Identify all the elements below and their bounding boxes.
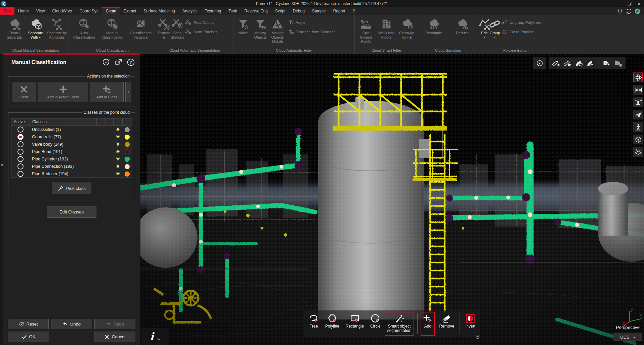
label-pick-icon[interactable]: [603, 59, 611, 67]
close-polyline-button[interactable]: Close Polyline: [501, 29, 551, 35]
scan-stations-button[interactable]: Scan Stations: [171, 16, 184, 48]
walk-button[interactable]: [633, 122, 643, 132]
polyline-button[interactable]: Polyline: [323, 312, 341, 336]
projection-label[interactable]: Perspective: [616, 325, 640, 330]
separate-by-attributes-button[interactable]: Separate by Attributes: [46, 16, 68, 48]
angle-button[interactable]: Angle: [288, 19, 352, 26]
add-in-class-button[interactable]: Add in Class: [90, 82, 124, 102]
clear-button[interactable]: Clear: [12, 82, 36, 102]
visibility-bulb-icon[interactable]: [115, 142, 121, 147]
smart-object-segmentation-button[interactable]: Smart object segmentation: [385, 312, 414, 336]
label-sphere-icon[interactable]: [614, 59, 623, 67]
menu-tab-analysis[interactable]: Analysis: [179, 7, 201, 15]
class-active-radio[interactable]: [17, 141, 24, 147]
reset-button[interactable]: Reset: [8, 319, 49, 329]
clean-separate-button[interactable]: Clean / Separate: [4, 16, 25, 48]
menu-tab-script[interactable]: Script: [271, 7, 289, 15]
free-button[interactable]: Free: [307, 312, 321, 336]
menu-tab-surface-modeling[interactable]: Surface Modeling: [140, 7, 178, 15]
class-active-radio[interactable]: [17, 171, 24, 177]
visibility-bulb-icon[interactable]: [115, 164, 121, 169]
examine-button[interactable]: [633, 97, 643, 107]
class-active-radio[interactable]: [17, 127, 24, 133]
distance-from-scanner-button[interactable]: Distance from Scanner: [288, 29, 352, 35]
menu-tab-help[interactable]: ?: [349, 7, 359, 15]
help-icon[interactable]: ?: [127, 58, 135, 66]
class-row-pipe-cylinder-192[interactable]: Pipe Cylinder (192): [11, 155, 132, 163]
add-in-active-class-button[interactable]: Add in Active Class: [38, 82, 88, 102]
class-active-radio[interactable]: [17, 156, 24, 162]
classification-instance-button[interactable]: Classification Instance: [127, 16, 155, 48]
menu-tab-home[interactable]: Home: [14, 7, 33, 15]
separate-with-button[interactable]: Separate With ▾: [25, 16, 46, 48]
info-panel-collapsed[interactable]: i »: [141, 328, 169, 345]
invert-button[interactable]: Invert: [463, 312, 477, 336]
class-row-pipe-reducer-194[interactable]: Pipe Reducer (194): [11, 170, 132, 178]
cancel-button[interactable]: Cancel: [94, 332, 135, 342]
moving-objects-button[interactable]: Moving Objects: [252, 16, 269, 48]
menu-tab-report[interactable]: Report: [330, 7, 349, 15]
visibility-bulb-icon[interactable]: [115, 127, 121, 132]
class-row-pipe-connection-193[interactable]: Pipe Connection (193): [11, 163, 132, 170]
walls-and-floors-button[interactable]: Walls and Floors: [376, 16, 397, 48]
ucs-button[interactable]: UCS ▲: [613, 333, 642, 341]
moving-objects-mobile-button[interactable]: Moving Objects Mobile: [269, 16, 286, 48]
class-color-swatch[interactable]: [125, 127, 130, 132]
viewport-3d[interactable]: FreePolylineRectangleCircleSmart object …: [140, 54, 644, 345]
add-in-class-dropdown-caret[interactable]: ▾: [125, 82, 131, 102]
menu-tab-sample[interactable]: Sample: [308, 7, 330, 15]
circle-button[interactable]: Circle: [368, 312, 383, 336]
menu-tab-file[interactable]: File: [0, 7, 14, 15]
measure-object-icon[interactable]: [563, 59, 572, 67]
angle-measure-icon[interactable]: [575, 59, 583, 67]
edit-classes-button[interactable]: Edit Classes: [47, 206, 96, 218]
remove-button[interactable]: Remove: [437, 312, 456, 336]
sync-icon[interactable]: [626, 8, 632, 14]
fly-button[interactable]: [633, 110, 643, 119]
orbit-constrained-button[interactable]: [633, 85, 643, 95]
menu-tab-coord-sys[interactable]: Coord Sys: [76, 7, 102, 15]
rectangle-button[interactable]: Rectangle: [344, 312, 366, 336]
restore-button[interactable]: [625, 0, 634, 7]
reduce-button[interactable]: Reduce: [448, 16, 477, 48]
class-color-swatch[interactable]: [125, 149, 130, 154]
menu-tab-reverse-eng[interactable]: Reverse Eng: [241, 7, 271, 15]
redo-button[interactable]: Redo: [94, 319, 135, 329]
target-icon[interactable]: [535, 59, 544, 67]
menu-tab-debug[interactable]: Debug: [289, 7, 308, 15]
real-colors-button[interactable]: Real Colors: [185, 19, 231, 26]
auto-classification-button[interactable]: Auto Classification: [70, 16, 98, 48]
class-row-pipe-bend-191[interactable]: Pipe Bend (191): [11, 148, 132, 155]
class-row-guard-rails-77[interactable]: Guard rails (77): [11, 133, 132, 141]
angle-profile-icon[interactable]: [586, 59, 595, 67]
class-active-radio[interactable]: [17, 134, 24, 140]
menu-tab-tank[interactable]: Tank: [225, 7, 241, 15]
resample-button[interactable]: Resample: [419, 16, 448, 48]
menu-tab-view[interactable]: View: [33, 7, 49, 15]
view-cube-button[interactable]: [633, 135, 643, 144]
clean-up-tunnel-button[interactable]: Clean-up Tunnel: [396, 16, 417, 48]
info-expand-icon[interactable]: »: [157, 336, 160, 342]
detach-icon[interactable]: [114, 58, 123, 66]
visibility-bulb-icon[interactable]: [115, 149, 121, 154]
connection-status-icon[interactable]: [634, 8, 641, 14]
menu-tab-clean[interactable]: Clean: [102, 7, 120, 15]
menu-tab-cloudworx[interactable]: CloudWorx: [48, 7, 76, 15]
menu-tab-extract[interactable]: Extract: [120, 7, 140, 15]
turntable-button[interactable]: [633, 147, 643, 157]
scan-patches-button[interactable]: Scan Patches: [185, 29, 231, 35]
orbit-button[interactable]: [633, 72, 643, 82]
info-icon[interactable]: i: [150, 331, 154, 342]
visibility-bulb-icon[interactable]: [115, 156, 121, 162]
class-row-unclassified-1[interactable]: Unclassified (1): [11, 126, 132, 133]
menu-tab-texturing[interactable]: Texturing: [201, 7, 225, 15]
notifications-bell-icon[interactable]: [617, 8, 623, 14]
close-button[interactable]: ✕: [634, 0, 644, 7]
class-color-swatch[interactable]: [125, 157, 130, 162]
class-color-swatch[interactable]: [125, 142, 130, 147]
class-active-radio[interactable]: [17, 149, 24, 155]
class-row-valve-body-149[interactable]: Valve body (149): [11, 141, 132, 148]
manual-classification-button[interactable]: Manual Classification: [98, 16, 126, 48]
history-icon[interactable]: [102, 58, 110, 66]
pick-class-button[interactable]: Pick class: [52, 183, 91, 194]
